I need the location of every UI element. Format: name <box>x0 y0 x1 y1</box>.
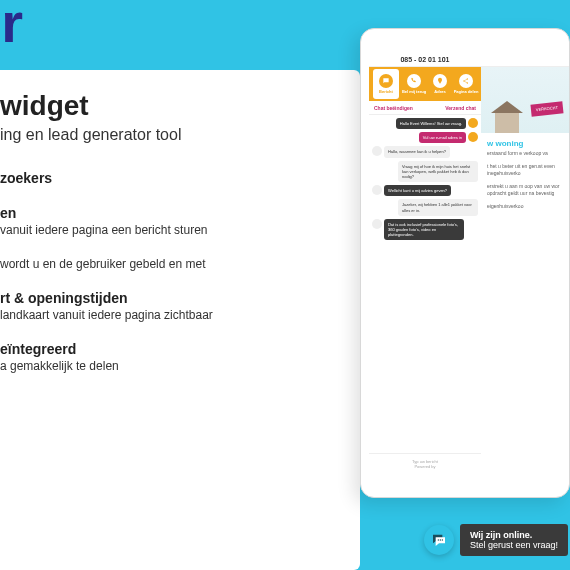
tablet-screen: 085 - 02 01 101 Bericht Bel mij terug <box>369 53 569 473</box>
message-bubble: Vraag mij of hoe ik mijn huis het snelst… <box>398 161 478 183</box>
feature-desc: landkaart vanuit iedere pagina zichtbaar <box>0 307 350 323</box>
chat-popup-status: Wij zijn online. <box>470 530 558 540</box>
brand-logo: er <box>0 0 23 55</box>
toolbar-button-callback[interactable]: Bel mij terug <box>401 69 427 99</box>
avatar <box>372 185 382 195</box>
chat-footer: Typ uw bericht Powered by <box>369 453 481 473</box>
message-bubble: Hallo, waarmee kan ik u helpen? <box>384 146 450 157</box>
logo-part-2: r <box>1 0 23 54</box>
svg-point-5 <box>442 539 443 540</box>
feature-desc: wordt u en de gebruiker gebeld en met <box>0 256 350 272</box>
page-hero: VERKOCHT <box>481 67 569 133</box>
message-bubble: Dat is ook inclusief professionele foto'… <box>384 219 464 241</box>
avatar <box>372 219 382 229</box>
feature-title: eïntegreerd <box>0 341 350 358</box>
feature-desc: vanuit iedere pagina een bericht sturen <box>0 222 350 238</box>
svg-point-4 <box>440 539 441 540</box>
page-paragraph: erstaand form e verkoop va <box>481 150 569 163</box>
toolbar-label: Bericht <box>379 89 393 94</box>
location-icon <box>433 74 447 88</box>
feature-desc: a gemakkelijk te delen <box>0 358 350 374</box>
page-section-title: w woning <box>481 133 569 150</box>
avatar <box>468 118 478 128</box>
chat-message: Hallo Evert Willems! Stel uw vraag. <box>372 118 478 129</box>
chat-launcher-button[interactable] <box>424 525 454 555</box>
toolbar-button-message[interactable]: Bericht <box>373 69 399 99</box>
message-bubble: Wellicht kunt u mij advies geven? <box>384 185 451 196</box>
house-roof-graphic <box>491 101 523 113</box>
feature-item: rt & openingstijden landkaart vanuit ied… <box>0 290 350 323</box>
chat-message: Wellicht kunt u mij advies geven? <box>372 185 478 196</box>
content-panel: widget ing en lead generator tool zoeker… <box>0 70 360 570</box>
page-paragraph: erstrekt u aan m oop van uw wor opdracht… <box>481 183 569 203</box>
chat-message: Dat is ook inclusief professionele foto'… <box>372 219 478 241</box>
chat-message: Vraag mij of hoe ik mijn huis het snelst… <box>372 161 478 183</box>
page-paragraph: t het u beter uit en gerust even inegehu… <box>481 163 569 183</box>
sold-sign: VERKOCHT <box>530 101 563 116</box>
chat-icon <box>431 532 447 548</box>
toolbar-label: Bel mij terug <box>402 89 426 94</box>
avatar <box>468 132 478 142</box>
feature-item: en vanuit iedere pagina een bericht stur… <box>0 205 350 238</box>
phone-number-bar: 085 - 02 01 101 <box>369 53 481 67</box>
feature-title: rt & openingstijden <box>0 290 350 307</box>
send-chat-link[interactable]: Verzend chat <box>445 105 476 111</box>
feature-item: wordt u en de gebruiker gebeld en met <box>0 256 350 272</box>
message-bubble: Jazeker, wij hebben 1 alle1 pakket voor … <box>398 199 478 215</box>
avatar <box>372 146 382 156</box>
svg-point-3 <box>438 539 439 540</box>
feature-item: eïntegreerd a gemakkelijk te delen <box>0 341 350 374</box>
chat-widget[interactable]: Wij zijn online. Stel gerust een vraag! <box>424 524 568 556</box>
end-chat-link[interactable]: Chat beëindigen <box>374 105 413 111</box>
page-subtitle: ing en lead generator tool <box>0 126 350 144</box>
message-bubble: Vul uw e-mail adres in <box>419 132 466 143</box>
chat-popup[interactable]: Wij zijn online. Stel gerust een vraag! <box>460 524 568 556</box>
feature-title: zoekers <box>0 170 350 187</box>
chat-message: Jazeker, wij hebben 1 alle1 pakket voor … <box>372 199 478 215</box>
chat-body[interactable]: Hallo Evert Willems! Stel uw vraag. Vul … <box>369 115 481 246</box>
feature-item: zoekers <box>0 170 350 187</box>
widget-toolbar: Bericht Bel mij terug Adres <box>369 67 481 101</box>
house-graphic <box>495 113 519 133</box>
chat-header: Chat beëindigen Verzend chat <box>369 101 481 115</box>
toolbar-button-address[interactable]: Adres <box>427 69 453 99</box>
page-column: VERKOCHT w woning erstaand form e verkoo… <box>481 53 569 473</box>
share-icon <box>459 74 473 88</box>
powered-by-text: Powered by <box>414 464 435 469</box>
chat-popup-cta: Stel gerust een vraag! <box>470 540 558 550</box>
toolbar-label: Pagina delen <box>454 89 479 94</box>
page-topbar <box>481 53 569 67</box>
tablet-mockup: 085 - 02 01 101 Bericht Bel mij terug <box>360 28 570 498</box>
sold-sign-text: VERKOCHT <box>530 101 563 116</box>
message-icon <box>379 74 393 88</box>
chat-message: Vul uw e-mail adres in <box>372 132 478 143</box>
toolbar-label: Adres <box>434 89 445 94</box>
toolbar-button-share[interactable]: Pagina delen <box>453 69 479 99</box>
chat-column: 085 - 02 01 101 Bericht Bel mij terug <box>369 53 481 473</box>
page-domain: eigenhuisverkoo <box>481 203 569 216</box>
page-title: widget <box>0 90 350 122</box>
feature-title: en <box>0 205 350 222</box>
message-bubble: Hallo Evert Willems! Stel uw vraag. <box>396 118 466 129</box>
chat-message: Hallo, waarmee kan ik u helpen? <box>372 146 478 157</box>
phone-icon <box>407 74 421 88</box>
